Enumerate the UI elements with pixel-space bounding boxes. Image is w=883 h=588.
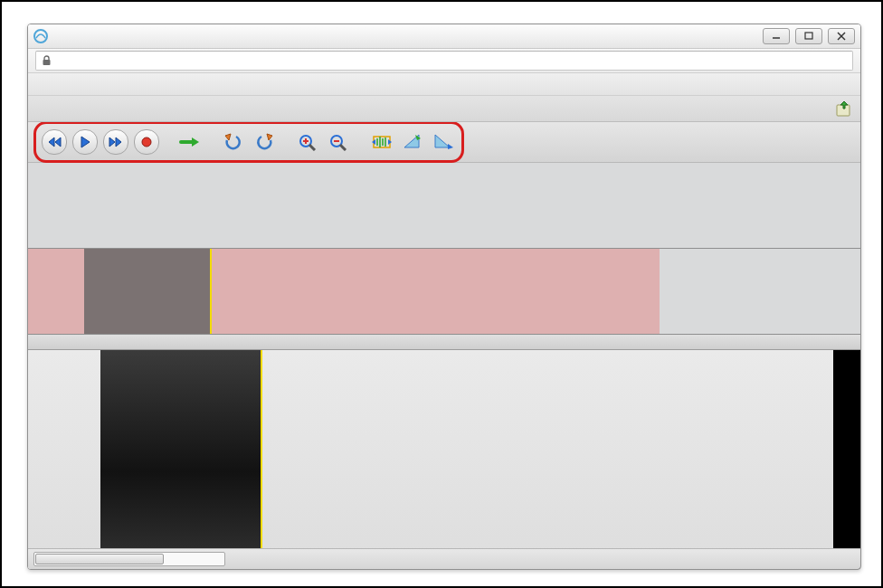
overview-playhead[interactable] <box>210 249 212 334</box>
overview-selection[interactable] <box>84 249 211 334</box>
fade-in-button[interactable] <box>400 130 425 154</box>
main-ruler[interactable] <box>28 335 860 350</box>
fade-out-icon <box>433 133 453 151</box>
loop-button[interactable] <box>177 130 203 154</box>
zoom-selection-button[interactable] <box>369 130 394 154</box>
play-icon <box>79 136 91 148</box>
main-waveform[interactable] <box>28 350 833 570</box>
undo-button[interactable] <box>221 130 246 154</box>
window-titlebar <box>28 24 860 49</box>
loop-icon <box>179 135 201 149</box>
menubar <box>28 73 860 96</box>
rewind-icon <box>47 136 62 148</box>
main-playhead[interactable] <box>261 350 262 570</box>
fast-forward-icon <box>109 136 123 148</box>
svg-rect-2 <box>805 33 812 39</box>
undo-icon <box>223 133 243 151</box>
minimize-button[interactable] <box>763 28 790 44</box>
maximize-button[interactable] <box>795 28 822 44</box>
save-icon[interactable] <box>835 100 853 118</box>
svg-rect-15 <box>374 137 390 147</box>
close-button[interactable] <box>828 28 855 44</box>
app-icon <box>33 29 48 43</box>
rewind-button[interactable] <box>42 129 67 155</box>
overview-ruler[interactable] <box>28 163 860 249</box>
fade-out-button[interactable] <box>431 130 456 154</box>
svg-point-0 <box>34 30 47 43</box>
zoom-selection-icon <box>371 133 393 151</box>
zoom-out-button[interactable] <box>326 130 351 154</box>
overview-waveform[interactable] <box>28 249 860 335</box>
zoom-in-icon <box>298 133 318 151</box>
overview-viewport-left <box>28 249 84 334</box>
scrollbar-thumb[interactable] <box>35 554 164 564</box>
toolbar-row <box>28 122 860 163</box>
project-title-row <box>28 96 860 122</box>
fast-forward-button[interactable] <box>103 129 128 155</box>
main-area <box>28 350 860 570</box>
record-button[interactable] <box>134 129 159 155</box>
status-bar <box>28 548 860 569</box>
svg-rect-5 <box>43 60 51 65</box>
zoom-out-icon <box>328 133 348 151</box>
play-button[interactable] <box>72 129 98 155</box>
overview-viewport-right <box>211 249 660 334</box>
address-bar <box>28 49 860 73</box>
level-meter <box>833 350 860 570</box>
svg-point-7 <box>142 138 151 147</box>
redo-button[interactable] <box>252 130 277 154</box>
svg-line-13 <box>340 145 346 150</box>
toolbar-highlight <box>33 121 464 163</box>
redo-icon <box>254 133 274 151</box>
svg-line-9 <box>309 145 315 150</box>
zoom-in-button[interactable] <box>295 130 320 154</box>
lock-icon <box>42 55 52 66</box>
record-icon <box>140 136 153 148</box>
url-field[interactable] <box>35 51 853 71</box>
fade-in-icon <box>403 133 423 151</box>
horizontal-scrollbar[interactable] <box>33 552 225 566</box>
